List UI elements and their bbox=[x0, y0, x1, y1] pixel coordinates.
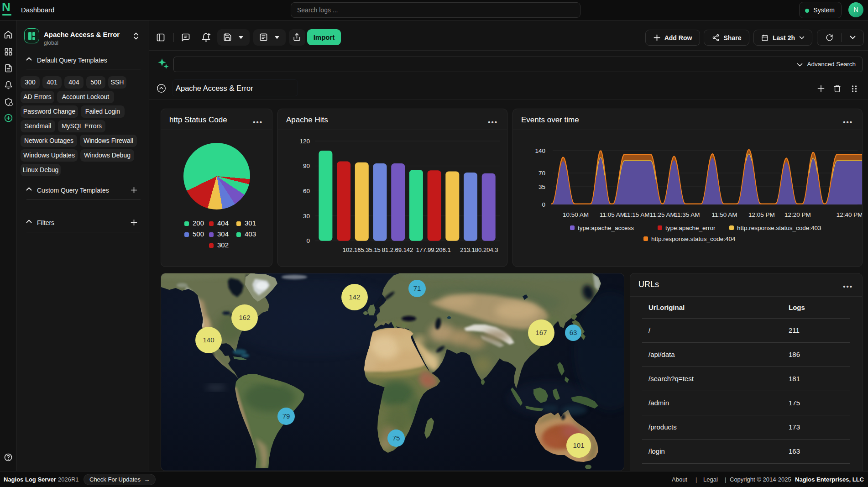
svg-text:http.response.status_code:403: http.response.status_code:403 bbox=[737, 225, 821, 231]
svg-text:0: 0 bbox=[306, 237, 310, 244]
svg-text:12:05 PM: 12:05 PM bbox=[748, 211, 775, 218]
svg-text:10:50 AM: 10:50 AM bbox=[563, 211, 589, 218]
svg-text:type:apache_access: type:apache_access bbox=[578, 225, 634, 231]
svg-text:11:25 AM: 11:25 AM bbox=[650, 211, 675, 218]
svg-text:140: 140 bbox=[203, 336, 214, 344]
svg-text:120: 120 bbox=[299, 138, 310, 145]
svg-text:60: 60 bbox=[303, 188, 310, 194]
svg-text:101: 101 bbox=[573, 441, 584, 449]
svg-text:35: 35 bbox=[539, 183, 545, 190]
svg-text:140: 140 bbox=[535, 147, 545, 154]
svg-text:142: 142 bbox=[349, 293, 360, 301]
svg-text:162: 162 bbox=[239, 314, 250, 321]
svg-text:30: 30 bbox=[303, 213, 310, 220]
svg-text:12:40 PM: 12:40 PM bbox=[837, 211, 862, 218]
svg-text:type:apache_error: type:apache_error bbox=[665, 225, 716, 231]
svg-text:0: 0 bbox=[542, 201, 545, 208]
svg-text:79: 79 bbox=[282, 412, 290, 420]
svg-text:12:20 PM: 12:20 PM bbox=[784, 211, 811, 218]
svg-text:102.165.35.15: 102.165.35.15 bbox=[343, 246, 381, 253]
svg-text:70: 70 bbox=[539, 170, 545, 177]
svg-text:11:50 AM: 11:50 AM bbox=[712, 211, 737, 218]
svg-text:81.2.69.142: 81.2.69.142 bbox=[382, 246, 413, 253]
svg-text:63: 63 bbox=[570, 329, 577, 336]
svg-text:167: 167 bbox=[535, 329, 547, 336]
svg-text:71: 71 bbox=[413, 284, 421, 292]
svg-text:11:35 AM: 11:35 AM bbox=[675, 211, 700, 218]
svg-text:213.180.204.3: 213.180.204.3 bbox=[460, 246, 498, 253]
svg-text:11:15 AM: 11:15 AM bbox=[624, 211, 649, 218]
svg-text:http.response.status_code:404: http.response.status_code:404 bbox=[651, 236, 736, 242]
svg-text:90: 90 bbox=[303, 162, 310, 169]
svg-text:75: 75 bbox=[392, 434, 400, 442]
svg-text:11:05 AM: 11:05 AM bbox=[600, 211, 625, 218]
svg-text:177.99.206.1: 177.99.206.1 bbox=[416, 246, 451, 253]
